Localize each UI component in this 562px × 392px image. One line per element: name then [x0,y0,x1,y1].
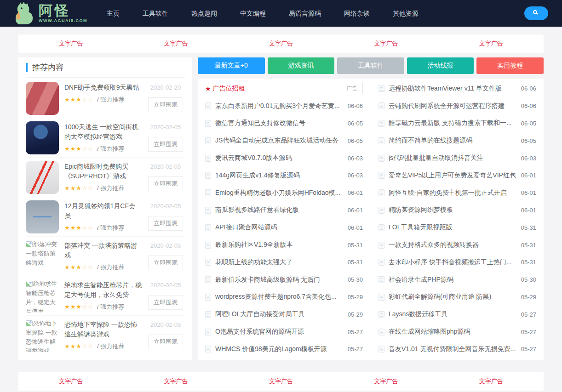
article-row[interactable]: 南瓜影视多线路任意看绿化版 06-01 [205,202,363,219]
category-button[interactable]: 最新文章+0 [198,57,265,74]
text-ad-link[interactable]: 文字广告 [333,34,438,53]
article-row[interactable]: Emlog重构精仿老版小刀娱乐网HFoldao模... 06-01 [205,184,363,202]
article-title[interactable]: 爱讯云商城V0.7.0版本源码 [215,154,343,162]
text-ad-link[interactable]: 文字广告 [439,34,544,53]
article-row[interactable]: 简约而不简单的在线搜题源码 06-05 [378,132,536,149]
view-now-button[interactable]: 立即围观 [148,137,183,152]
article-row[interactable]: 爱奇艺VIP5以上用户可免费发爱奇艺VIP红包 06-01 [378,167,536,184]
article-row[interactable]: 花呗新上线的功能太强大了 05-31 [205,254,363,271]
thumbnail-image[interactable] [26,121,59,154]
article-row[interactable]: js代码批量批量自动取消抖音关注 06-03 [378,149,536,167]
article-title[interactable]: 花呗新上线的功能太强大了 [215,258,343,267]
site-logo[interactable]: 阿怪 WWW.AGUAI8.COM [12,2,87,25]
article-title[interactable]: O泡易支付系统官网的源码开源 [215,328,343,336]
view-now-button[interactable]: 立即围观 [148,295,183,310]
article-title[interactable]: 酷享磁力云最新版 支持磁力搜索下载和一... [389,119,516,127]
text-ad-link[interactable]: 文字广告 [439,372,544,391]
article-title[interactable]: 微信官方通知已支持修改微信号 [215,119,343,127]
article-title[interactable]: 南瓜影视多线路任意看绿化版 [215,206,343,214]
nav-item[interactable]: 工具软件 [143,0,168,27]
article-title[interactable]: wordpress资源付费主题ripro6.7含美化包... [215,293,343,301]
article-title[interactable]: Laysns数据迁移工具 [389,310,516,318]
article-row[interactable]: 最新伯乐发卡商城高级版源码 无后门 05-30 [205,271,363,289]
article-row[interactable]: 爱讯云商城V0.7.0版本源码 06-03 [205,149,363,167]
view-now-button[interactable]: 立即围观 [148,335,183,349]
article-row[interactable]: 远程协助软件TeamViewer v11 单文件版 06-06 [378,80,536,97]
category-button[interactable]: 实用教程 [476,57,544,74]
article-title[interactable]: 音友V1.01 无视付费限制全网音乐无损免费... [389,345,516,353]
thumbnail-image[interactable] [26,82,59,115]
article-title[interactable]: 阿狸LOL大厅自动接受对局工具 [215,310,343,318]
article-row[interactable]: 阿怪互联-自家的免费主机第一批正式开启 06-01 [378,184,536,202]
article-title[interactable]: 最新乐购社区V1.9全新版本 [215,241,343,249]
article-row[interactable]: wordpress资源付费主题ripro6.7含美化包... 05-29 [205,289,363,306]
article-row[interactable]: 微信官方通知已支持修改微信号 06-05 [205,115,363,132]
ad-slot-label[interactable]: 广告位招租 [213,85,336,93]
nav-item[interactable]: 热点趣闻 [191,0,217,27]
article-title[interactable]: 社会语录生成PHP源码 [389,276,516,284]
text-ad-link[interactable]: 文字广告 [123,372,228,391]
article-title[interactable]: 精防某资源网织梦模板 [389,206,516,214]
article-title[interactable]: 一款支持格式众多的视频转换器 [389,241,516,249]
recommend-title[interactable]: Epic商城限时免费购买《SUPERHOT》游戏 [64,162,142,181]
thumbnail-image[interactable]: 绝地求生智能压枪芯片，稳定大号使用 [26,279,59,312]
article-title[interactable]: 阿怪互联-自家的免费主机第一批正式开启 [389,189,516,197]
view-now-button[interactable]: 立即围观 [148,256,183,270]
category-button[interactable]: 工具软件 [337,57,404,74]
view-now-button[interactable]: 立即围观 [148,216,183,231]
article-row[interactable]: WHMCS 价值98美元的Lagom模板开源 05-27 [205,341,363,358]
article-title[interactable]: 京东白条新用户0.01元购买3个月爱奇艺黄... [215,102,343,110]
article-row[interactable]: LOL工具箱无限视距版 05-31 [378,219,536,236]
article-row[interactable]: 社会语录生成PHP源码 05-30 [378,271,536,289]
article-row[interactable]: 最新乐购社区V1.9全新版本 05-31 [205,236,363,254]
article-title[interactable]: WHMCS 价值98美元的Lagom模板开源 [215,345,343,353]
article-row[interactable]: 精防某资源网织梦模板 06-01 [378,202,536,219]
text-ad-link[interactable]: 文字广告 [18,34,123,53]
recommend-title[interactable]: 恐怖地下室探险 一款恐怖逃生解谜类游戏 [64,320,142,339]
nav-item[interactable]: 中文编程 [240,0,266,27]
text-ad-link[interactable]: 文字广告 [229,372,333,391]
article-title[interactable]: 远程协助软件TeamViewer v11 单文件版 [389,85,516,93]
nav-item[interactable]: 主页 [107,0,120,27]
article-title[interactable]: 最新伯乐发卡商城高级版源码 无后门 [215,276,343,284]
thumbnail-image[interactable]: 恐怖地下室探险 一款恐怖逃生解谜类游戏 [26,319,59,352]
article-title[interactable]: 云铺购代刷网系统全开源可运营程序搭建 [389,102,516,110]
article-row[interactable]: 去水印小程序 快手抖音视频搬运工上热门... 05-31 [378,254,536,271]
article-row[interactable]: JS代码全自动完成京东品牌狂欢城活动任务 06-05 [205,132,363,149]
article-title[interactable]: 去水印小程序 快手抖音视频搬运工上热门... [389,258,516,267]
article-title[interactable]: LOL工具箱无限视距版 [389,223,516,232]
recommend-title[interactable]: 1000天逃生 一款空间街机的太空模拟经营游戏 [64,122,142,142]
text-ad-link[interactable]: 文字广告 [18,372,123,391]
article-row[interactable]: O泡易支付系统官网的源码开源 05-27 [205,323,363,341]
view-now-button[interactable]: 立即围观 [148,97,183,112]
text-ad-link[interactable]: 文字广告 [123,34,228,53]
article-row[interactable]: API接口聚合网站源码 06-01 [205,219,363,236]
article-row[interactable]: 酷享磁力云最新版 支持磁力搜索下载和一... 06-05 [378,115,536,132]
article-title[interactable]: 144g网页生成v1.4修复版源码 [215,171,343,180]
article-row[interactable]: 在线生成网站缩略图php源码 05-27 [378,323,536,341]
article-row[interactable]: 云铺购代刷网系统全开源可运营程序搭建 06-06 [378,97,536,115]
article-row[interactable]: 一款支持格式众多的视频转换器 05-31 [378,236,536,254]
nav-item[interactable]: 易语言源码 [289,0,321,27]
article-row[interactable]: 京东白条新用户0.01元购买3个月爱奇艺黄... 06-06 [205,97,363,115]
category-button[interactable]: 游戏资讯 [268,57,335,74]
article-row[interactable]: 阿狸LOL大厅自动接受对局工具 05-29 [205,306,363,323]
nav-item[interactable]: 其他资源 [393,0,419,27]
article-title[interactable]: 简约而不简单的在线搜题源码 [389,136,516,145]
category-button[interactable]: 活动线报 [407,57,474,74]
recommend-title[interactable]: 绝地求生智能压枪芯片，稳定大号使用，永久免费 [64,280,142,300]
thumbnail-image[interactable]: 部落冲突 一款塔防策略游戏 [26,240,59,273]
thumbnail-image[interactable] [26,161,59,194]
article-title[interactable]: 在线生成网站缩略图php源码 [389,328,516,336]
text-ad-link[interactable]: 文字广告 [229,34,333,53]
article-title[interactable]: Emlog重构精仿老版小刀娱乐网HFoldao模... [215,189,343,197]
article-title[interactable]: 彩虹代刷全解源码(可商业用途 防黑) [389,293,516,301]
article-title[interactable]: 爱奇艺VIP5以上用户可免费发爱奇艺VIP红包 [389,171,516,180]
text-ad-link[interactable]: 文字广告 [333,372,438,391]
article-title[interactable]: API接口聚合网站源码 [215,223,343,232]
recommend-title[interactable]: 部落冲突 一款塔防策略游戏 [64,241,142,260]
thumbnail-image[interactable] [26,200,59,233]
search-button[interactable] [524,6,548,20]
recommend-title[interactable]: DNF助手免费领取9天黑钻 [64,83,142,92]
view-now-button[interactable]: 立即围观 [148,176,183,191]
